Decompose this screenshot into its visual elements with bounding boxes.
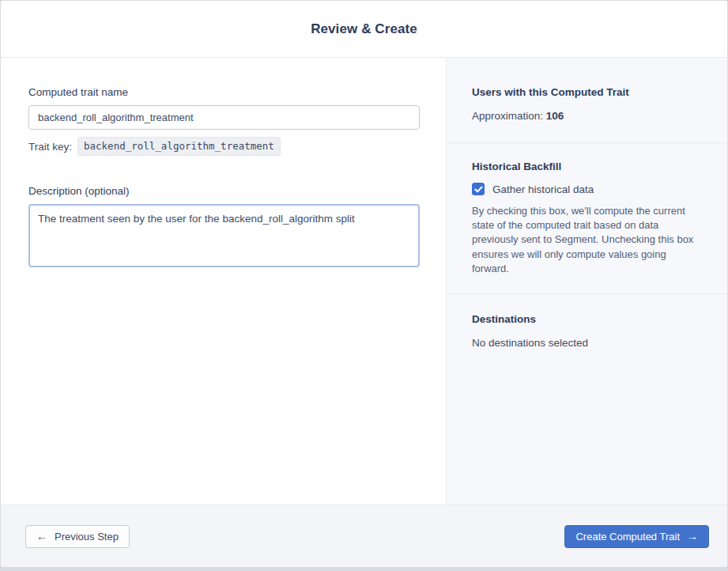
previous-step-label: Previous Step bbox=[55, 531, 119, 543]
destinations-empty-text: No destinations selected bbox=[472, 337, 703, 349]
backfill-checkbox-label: Gather historical data bbox=[492, 183, 594, 195]
form-panel: Computed trait name Trait key: backend_r… bbox=[1, 58, 446, 505]
trait-key-label: Trait key: bbox=[28, 141, 72, 153]
users-heading: Users with this Computed Trait bbox=[472, 86, 703, 98]
trait-key-badge: backend_roll_algorithm_treatment bbox=[77, 137, 281, 156]
trait-name-label: Computed trait name bbox=[28, 86, 420, 98]
review-create-card: Review & Create Computed trait name Trai… bbox=[0, 0, 728, 568]
previous-step-button[interactable]: ← Previous Step bbox=[25, 525, 130, 548]
backfill-checkbox-row[interactable]: Gather historical data bbox=[472, 183, 703, 195]
footer: ← Previous Step Create Computed Trait → bbox=[1, 505, 727, 567]
trait-name-input[interactable] bbox=[28, 105, 420, 130]
trait-key-row: Trait key: backend_roll_algorithm_treatm… bbox=[28, 137, 420, 156]
approximation-label: Approximation: bbox=[472, 110, 546, 122]
summary-sidebar: Users with this Computed Trait Approxima… bbox=[446, 58, 728, 505]
description-textarea[interactable]: The treatment seen by the user for the b… bbox=[28, 204, 420, 267]
forward-arrow-icon: → bbox=[687, 531, 698, 542]
backfill-heading: Historical Backfill bbox=[472, 161, 703, 172]
checkmark-icon bbox=[474, 186, 483, 193]
backfill-description: By checking this box, we'll compute the … bbox=[472, 204, 703, 276]
gather-historical-data-checkbox[interactable] bbox=[472, 183, 485, 195]
back-arrow-icon: ← bbox=[36, 531, 47, 542]
description-label: Description (optional) bbox=[28, 185, 420, 197]
destinations-heading: Destinations bbox=[472, 313, 703, 325]
approximation-value: 106 bbox=[546, 110, 564, 122]
content-row: Computed trait name Trait key: backend_r… bbox=[1, 58, 727, 505]
approximation-line: Approximation: 106 bbox=[472, 110, 703, 122]
sidebar-divider bbox=[447, 293, 728, 294]
create-computed-trait-button[interactable]: Create Computed Trait → bbox=[564, 525, 709, 548]
page-title: Review & Create bbox=[311, 21, 417, 37]
create-trait-label: Create Computed Trait bbox=[575, 531, 680, 543]
sidebar-divider bbox=[447, 142, 728, 143]
header: Review & Create bbox=[1, 1, 727, 58]
